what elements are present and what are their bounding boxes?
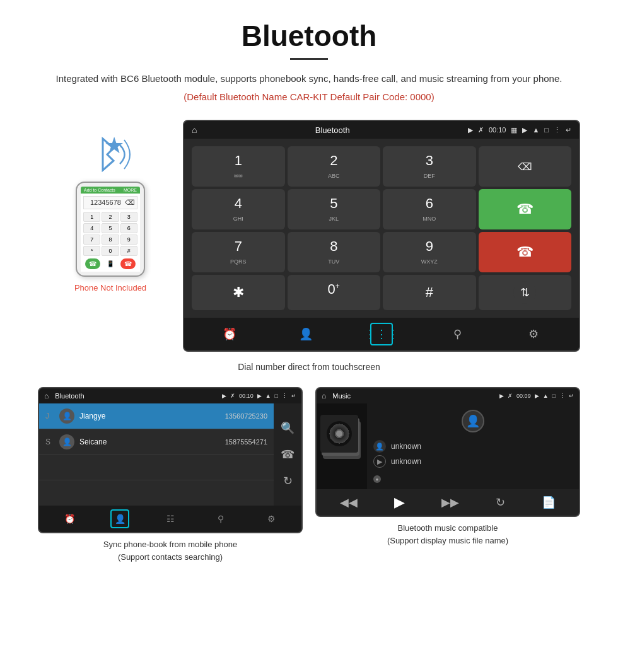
phone-key-6[interactable]: 6 (120, 223, 137, 233)
dial-key-hash[interactable]: # (383, 275, 476, 310)
pb-call-icon[interactable]: ☎ (281, 448, 294, 461)
disc-vinyl (327, 421, 352, 446)
music-progress-dot: ● (373, 475, 381, 483)
default-info: (Default Bluetooth Name CAR-KIT Default … (38, 91, 580, 102)
dial-key-3[interactable]: 3 DEF (383, 146, 476, 187)
music-artist-icon-1: 👤 (373, 440, 386, 453)
dial-key-5[interactable]: 5 JKL (288, 189, 381, 229)
phone-key-3[interactable]: 3 (120, 212, 137, 222)
music-controls: ◀◀ ▶ ▶▶ ↻ 📄 (317, 489, 579, 516)
phone-number: 12345678 (90, 199, 121, 206)
pb-back-icon[interactable]: ↵ (291, 393, 296, 399)
empty-row-1 (39, 455, 274, 480)
pb-home-icon[interactable]: ⌂ (44, 391, 49, 400)
phone-number-display: 12345678 ⌫ (83, 196, 137, 209)
title-underline (290, 58, 328, 60)
phone-key-8[interactable]: 8 (102, 235, 119, 245)
mu-screen-title: Music (332, 392, 496, 400)
music-file-icon[interactable]: 📄 (542, 495, 556, 509)
contact-name-seicane: Seicane (79, 437, 220, 446)
dial-key-8[interactable]: 8 TUV (288, 232, 381, 272)
dial-key-swap[interactable]: ⇅ (479, 275, 572, 310)
contacts-list: J 👤 Jiangye 13560725230 S 👤 Seicane 1587… (39, 403, 274, 506)
contact-row-jiangye[interactable]: J 👤 Jiangye 13560725230 (39, 403, 274, 429)
album-disc-stack (320, 415, 363, 478)
phonebook-caption: Sync phone-book from mobile phone (Suppo… (38, 538, 303, 563)
phonebook-status-bar: ⌂ Bluetooth ▶ ✗ 00:10 ▶ ▲ □ ⋮ ↵ (39, 388, 301, 403)
pb-contacts-icon-active[interactable]: 👤 (110, 509, 129, 528)
phone-key-star[interactable]: * (83, 246, 100, 256)
home-icon[interactable]: ⌂ (192, 125, 197, 135)
history-icon[interactable]: ⏰ (218, 323, 241, 345)
screen-icon: □ (544, 126, 549, 134)
dial-key-star[interactable]: ✱ (192, 275, 285, 310)
dial-key-1[interactable]: 1 ✉✉ (192, 146, 285, 187)
album-art-area (317, 403, 367, 489)
phone-bottom: ☎ 📱 ☎ (83, 258, 137, 269)
dial-key-delete[interactable]: ⌫ (479, 146, 572, 187)
phonebook-screen: ⌂ Bluetooth ▶ ✗ 00:10 ▶ ▲ □ ⋮ ↵ (38, 387, 303, 533)
pb-refresh-icon[interactable]: ↻ (283, 474, 293, 488)
music-play-button[interactable]: ▶ (394, 494, 405, 511)
dial-key-6[interactable]: 6 MNO (383, 189, 476, 229)
phone-key-4[interactable]: 4 (83, 223, 100, 233)
album-stack (320, 415, 363, 478)
dial-key-7[interactable]: 7 PQRS (192, 232, 285, 272)
pb-dialpad-icon[interactable]: ☷ (161, 509, 180, 528)
phonebook-caption-line1: Sync phone-book from mobile phone (103, 540, 237, 549)
phone-key-0[interactable]: 0 (102, 246, 119, 256)
contacts-icon[interactable]: 👤 (294, 323, 317, 345)
mu-home-icon[interactable]: ⌂ (322, 391, 326, 400)
swap-icon: ⇅ (513, 281, 536, 304)
music-screen-wrapper: ⌂ Music ▶ ✗ 00:09 ▶ ▲ □ ⋮ ↵ (315, 387, 580, 563)
music-progress-area: ● (373, 475, 573, 483)
dial-key-call-red[interactable]: ☎ (479, 232, 572, 272)
mu-back-icon[interactable]: ↵ (569, 393, 574, 399)
dial-key-call-green[interactable]: ☎ (479, 189, 572, 229)
camera-icon: ▶ (468, 126, 473, 134)
add-contacts-label: Add to Contacts (84, 188, 115, 192)
pb-time: 00:10 (239, 393, 254, 399)
settings-icon[interactable]: ⚙ (522, 323, 545, 345)
mu-eject-icon: ▲ (543, 393, 549, 399)
music-profile-area: 👤 (373, 410, 573, 432)
top-section: ★ Add to Contacts MORE (38, 120, 580, 352)
phone-key-hash[interactable]: # (120, 246, 137, 256)
phone-hangup-button[interactable]: ☎ (120, 258, 136, 269)
phone-key-9[interactable]: 9 (120, 235, 137, 245)
page-container: Bluetooth Integrated with BC6 Bluetooth … (0, 0, 618, 598)
pb-search-icon[interactable]: 🔍 (281, 421, 294, 435)
pb-search2-icon[interactable]: ⚲ (211, 509, 230, 528)
music-prev-button[interactable]: ◀◀ (340, 495, 358, 509)
phone-key-1[interactable]: 1 (83, 212, 100, 222)
mu-menu-icon: ⋮ (559, 393, 565, 399)
dialpad-icon[interactable]: ⋮⋮⋮ (370, 323, 393, 345)
phonebook-content-area: J 👤 Jiangye 13560725230 S 👤 Seicane 1587… (39, 403, 301, 506)
phone-label: 📱 (105, 258, 116, 269)
pb-settings-icon[interactable]: ⚙ (262, 509, 281, 528)
music-info-area: 👤 👤 unknown ▶ unknown ● (367, 403, 579, 489)
dial-key-9[interactable]: 9 WXYZ (383, 232, 476, 272)
dial-key-4[interactable]: 4 GHI (192, 189, 285, 229)
music-artist-row-2: ▶ unknown (373, 455, 573, 468)
mu-bt-icon: ✗ (508, 393, 513, 399)
music-next-button[interactable]: ▶▶ (441, 495, 459, 509)
search-icon[interactable]: ⚲ (446, 323, 469, 345)
contact-number-jiangye: 13560725230 (225, 412, 267, 420)
car-dial-screen: ⌂ Bluetooth ▶ ✗ 00:10 ▦ ▶ ▲ □ ⋮ ↵ 1 ✉✉ (183, 120, 580, 352)
pb-history-icon[interactable]: ⏰ (60, 509, 79, 528)
pb-eject-icon: ▲ (265, 393, 271, 399)
phone-key-7[interactable]: 7 (83, 235, 100, 245)
dial-key-zero[interactable]: 0+ (288, 275, 381, 310)
phone-call-button[interactable]: ☎ (85, 258, 100, 269)
phone-key-2[interactable]: 2 (102, 212, 119, 222)
music-screen: ⌂ Music ▶ ✗ 00:09 ▶ ▲ □ ⋮ ↵ (315, 387, 580, 517)
contact-row-seicane[interactable]: S 👤 Seicane 15875554271 (39, 429, 274, 455)
back-icon[interactable]: ↵ (566, 126, 571, 134)
phone-key-5[interactable]: 5 (102, 223, 119, 233)
phonebook-side-icons: 🔍 ☎ ↻ (274, 403, 301, 506)
music-repeat-button[interactable]: ↻ (496, 495, 505, 509)
dial-key-2[interactable]: 2 ABC (288, 146, 381, 187)
music-artist-icon-2: ▶ (373, 455, 386, 468)
music-caption-line2: (Support display music file name) (387, 536, 508, 545)
